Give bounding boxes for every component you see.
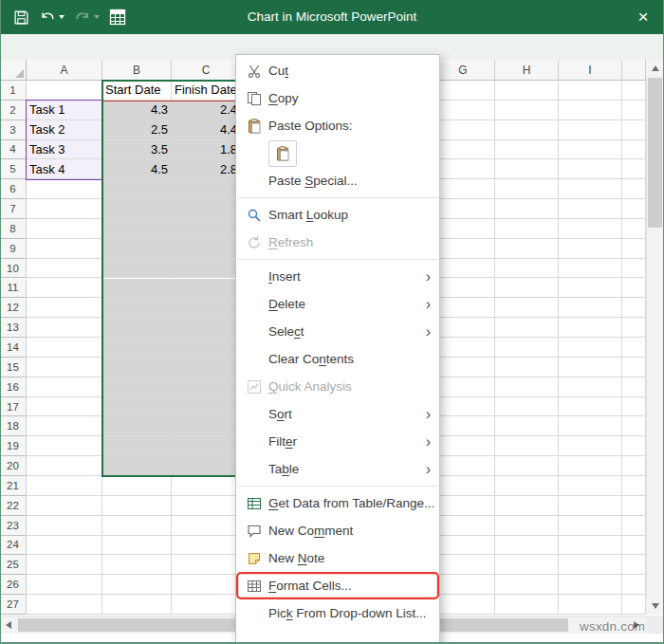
row-header[interactable]: 1 bbox=[0, 81, 27, 101]
grid-cell[interactable] bbox=[432, 318, 495, 338]
grid-cell[interactable] bbox=[622, 555, 646, 575]
scroll-right-button[interactable] bbox=[628, 616, 645, 634]
grid-cell[interactable] bbox=[172, 358, 241, 377]
row-header[interactable]: 8 bbox=[0, 219, 27, 239]
grid-cell[interactable] bbox=[27, 179, 102, 199]
grid-cell[interactable] bbox=[432, 536, 495, 556]
grid-cell[interactable] bbox=[622, 476, 646, 496]
grid-cell[interactable] bbox=[559, 101, 622, 120]
grid-cell[interactable] bbox=[27, 456, 102, 476]
grid-cell[interactable] bbox=[102, 338, 172, 358]
row-header[interactable]: 25 bbox=[0, 555, 27, 575]
grid-cell[interactable] bbox=[432, 555, 495, 575]
grid-cell[interactable]: 3.5 bbox=[102, 140, 172, 160]
grid-cell[interactable] bbox=[102, 259, 172, 279]
row-header[interactable]: 13 bbox=[0, 318, 27, 338]
grid-cell[interactable] bbox=[27, 377, 102, 397]
grid-cell[interactable] bbox=[172, 318, 241, 338]
grid-cell[interactable] bbox=[559, 159, 622, 179]
grid-cell[interactable] bbox=[172, 377, 241, 397]
row-header[interactable]: 3 bbox=[0, 120, 27, 140]
grid-cell[interactable] bbox=[559, 179, 622, 199]
grid-cell[interactable] bbox=[559, 279, 622, 299]
menu-item-table[interactable]: Table› bbox=[236, 455, 439, 483]
grid-cell[interactable] bbox=[559, 120, 622, 140]
grid-cell[interactable] bbox=[27, 575, 102, 595]
row-header[interactable]: 24 bbox=[0, 536, 27, 556]
grid-cell[interactable] bbox=[432, 358, 495, 377]
grid-cell[interactable] bbox=[495, 279, 559, 299]
grid-cell[interactable] bbox=[172, 199, 241, 219]
grid-cell[interactable] bbox=[102, 496, 172, 516]
grid-cell[interactable] bbox=[432, 416, 495, 436]
grid-cell[interactable] bbox=[622, 179, 646, 199]
grid-cell[interactable] bbox=[622, 318, 646, 338]
grid-cell[interactable] bbox=[102, 358, 172, 377]
row-header[interactable]: 26 bbox=[0, 575, 27, 595]
grid-cell[interactable] bbox=[559, 259, 622, 279]
grid-cell[interactable] bbox=[559, 456, 622, 476]
grid-cell[interactable] bbox=[622, 358, 646, 377]
grid-cell[interactable] bbox=[559, 298, 622, 318]
grid-cell[interactable] bbox=[495, 101, 559, 120]
grid-cell[interactable] bbox=[559, 140, 622, 160]
menu-item-clear-contents[interactable]: Clear Contents bbox=[236, 345, 439, 373]
menu-item-smart-lookup[interactable]: Smart Lookup bbox=[236, 201, 439, 229]
grid-cell[interactable] bbox=[27, 338, 102, 358]
grid-cell[interactable] bbox=[432, 516, 495, 536]
grid-cell[interactable]: 2.8 bbox=[172, 159, 241, 179]
grid-cell[interactable] bbox=[559, 555, 622, 575]
grid-cell[interactable] bbox=[432, 259, 495, 279]
redo-dropdown-icon[interactable] bbox=[94, 15, 100, 19]
grid-cell[interactable] bbox=[622, 416, 646, 436]
grid-cell[interactable] bbox=[27, 595, 102, 615]
grid-cell[interactable] bbox=[622, 120, 646, 140]
grid-cell[interactable] bbox=[495, 338, 559, 358]
grid-cell[interactable] bbox=[172, 575, 241, 595]
grid-cell[interactable] bbox=[172, 397, 241, 417]
grid-cell[interactable] bbox=[495, 516, 559, 536]
row-header[interactable]: 6 bbox=[0, 179, 27, 199]
grid-cell[interactable] bbox=[102, 536, 172, 556]
grid-cell[interactable] bbox=[622, 436, 646, 456]
grid-cell[interactable] bbox=[432, 179, 495, 199]
row-header[interactable]: 5 bbox=[0, 159, 27, 179]
grid-cell[interactable] bbox=[495, 456, 559, 476]
grid-cell[interactable] bbox=[559, 496, 622, 516]
grid-cell[interactable] bbox=[432, 81, 495, 101]
grid-cell[interactable] bbox=[495, 140, 559, 160]
grid-cell[interactable] bbox=[172, 259, 241, 279]
grid-cell[interactable] bbox=[495, 377, 559, 397]
grid-cell[interactable] bbox=[432, 397, 495, 417]
grid-cell[interactable] bbox=[559, 239, 622, 259]
grid-cell[interactable] bbox=[102, 436, 172, 456]
column-header[interactable]: G bbox=[432, 60, 495, 81]
grid-cell[interactable] bbox=[495, 199, 559, 219]
grid-cell[interactable] bbox=[559, 536, 622, 556]
grid-cell[interactable] bbox=[622, 377, 646, 397]
grid-cell[interactable] bbox=[27, 397, 102, 417]
grid-cell[interactable] bbox=[622, 259, 646, 279]
grid-cell[interactable] bbox=[495, 259, 559, 279]
row-header[interactable]: 21 bbox=[0, 476, 27, 496]
grid-cell[interactable] bbox=[622, 397, 646, 417]
row-header[interactable]: 7 bbox=[0, 199, 27, 219]
grid-cell[interactable]: Task 4 bbox=[27, 159, 102, 179]
menu-item-pick-from-list[interactable]: Pick From Drop-down List... bbox=[236, 599, 439, 627]
grid-cell[interactable] bbox=[622, 298, 646, 318]
grid-cell[interactable] bbox=[559, 199, 622, 219]
row-header[interactable]: 16 bbox=[0, 377, 27, 397]
grid-cell[interactable] bbox=[432, 120, 495, 140]
grid-cell[interactable] bbox=[495, 496, 559, 516]
grid-cell[interactable] bbox=[622, 81, 646, 101]
grid-cell[interactable] bbox=[559, 595, 622, 615]
grid-cell[interactable] bbox=[432, 199, 495, 219]
menu-item-paste-special[interactable]: Paste Special... bbox=[236, 167, 439, 194]
select-all-corner[interactable] bbox=[0, 60, 27, 81]
grid-cell[interactable] bbox=[495, 575, 559, 595]
grid-cell[interactable] bbox=[172, 555, 241, 575]
grid-cell[interactable] bbox=[432, 456, 495, 476]
grid-cell[interactable] bbox=[27, 416, 102, 436]
grid-cell[interactable] bbox=[172, 516, 241, 536]
grid-cell[interactable] bbox=[622, 101, 646, 120]
